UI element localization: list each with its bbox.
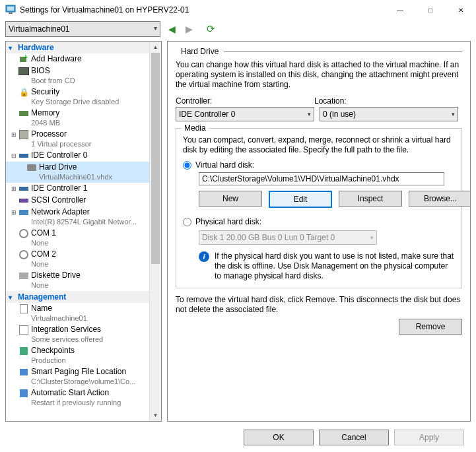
panel-description: You can change how this virtual hard dis…: [176, 60, 462, 90]
tree-scsi[interactable]: SCSI Controller: [6, 195, 149, 207]
tree-integration-services[interactable]: Integration ServicesSome services offere…: [6, 324, 149, 345]
ok-button[interactable]: OK: [244, 430, 314, 445]
chevron-down-icon: ▾: [9, 44, 15, 51]
controller-label: Controller:: [176, 96, 314, 106]
physical-disk-value: Disk 1 20.00 GB Bus 0 Lun 0 Target 0: [202, 233, 335, 242]
location-dropdown[interactable]: 0 (in use) ▾: [320, 107, 458, 121]
section-label: Management: [18, 292, 66, 302]
tree-ide0[interactable]: ⊟ IDE Controller 0: [6, 150, 149, 162]
serial-port-icon: [19, 250, 28, 259]
app-icon: [5, 4, 16, 16]
remove-button[interactable]: Remove: [399, 319, 462, 335]
vm-selector-value: Virtualmachine01: [9, 24, 70, 34]
svg-rect-2: [9, 13, 13, 14]
physical-disk-dropdown: Disk 1 20.00 GB Bus 0 Lun 0 Target 0 ▾: [199, 230, 377, 245]
paging-icon: [20, 369, 28, 375]
media-description: You can compact, convert, expand, merge,…: [183, 135, 455, 155]
tree-paging-location[interactable]: Smart Paging File LocationC:\ClusterStor…: [6, 366, 149, 387]
physical-hard-disk-label: Physical hard disk:: [195, 217, 261, 226]
diskette-icon: [19, 273, 28, 279]
toolbar: Virtualmachine01 ▾ ◀ ▶ ⟳: [5, 20, 471, 38]
location-label: Location:: [314, 96, 347, 106]
media-groupbox: Media You can compact, convert, expand, …: [176, 128, 462, 288]
serial-port-icon: [19, 229, 28, 238]
section-label: Hardware: [18, 43, 54, 52]
maximize-button[interactable]: □: [415, 0, 446, 20]
tree-com2[interactable]: COM 2None: [6, 249, 149, 270]
virtual-hard-disk-radio[interactable]: [183, 161, 191, 170]
auto-start-icon: [20, 389, 28, 397]
panel-heading: Hard Drive: [181, 47, 219, 56]
hard-drive-icon: [27, 164, 36, 171]
tree-bios[interactable]: BIOSBoot from CD: [6, 65, 149, 86]
remove-description: To remove the virtual hard disk, click R…: [176, 295, 462, 315]
name-icon: [20, 304, 28, 313]
chevron-down-icon: ▾: [154, 24, 157, 32]
controller-dropdown[interactable]: IDE Controller 0 ▾: [176, 107, 314, 121]
close-button[interactable]: ✕: [446, 0, 476, 20]
section-management[interactable]: ▾ Management: [6, 291, 149, 303]
network-icon: [19, 210, 28, 215]
apply-button: Apply: [394, 430, 464, 445]
section-hardware[interactable]: ▾ Hardware: [6, 42, 149, 53]
browse-button[interactable]: Browse...: [409, 191, 471, 207]
chevron-down-icon: ▾: [308, 111, 311, 117]
cancel-button[interactable]: Cancel: [319, 430, 389, 445]
tree-add-hardware[interactable]: + Add Hardware: [6, 53, 149, 65]
virtual-hard-disk-label: Virtual hard disk:: [195, 160, 254, 170]
refresh-icon[interactable]: ⟳: [207, 23, 215, 35]
svg-rect-1: [7, 7, 14, 11]
checkpoints-icon: [20, 347, 28, 355]
details-panel: Hard Drive You can change how this virtu…: [167, 41, 471, 422]
lock-icon: 🔒: [19, 88, 29, 98]
cpu-icon: [19, 130, 28, 139]
tree-auto-start[interactable]: Automatic Start ActionRestart if previou…: [6, 387, 149, 408]
chevron-down-icon: ▾: [370, 234, 374, 241]
controller-value: IDE Controller 0: [179, 110, 235, 119]
vhd-path-input[interactable]: [199, 172, 444, 185]
controller-icon: [19, 187, 28, 191]
tree-security[interactable]: 🔒 SecurityKey Storage Drive disabled: [6, 86, 149, 108]
settings-tree: ▾ Hardware + Add Hardware BIOSBoot from …: [5, 41, 162, 422]
memory-icon: [19, 111, 28, 116]
scroll-up-icon[interactable]: ▲: [150, 42, 161, 53]
dialog-button-bar: OK Cancel Apply: [0, 423, 476, 452]
physical-hard-disk-radio[interactable]: [183, 218, 191, 226]
tree-com1[interactable]: COM 1None: [6, 228, 149, 249]
tree-scrollbar[interactable]: ▲ ▼: [149, 42, 161, 421]
tree-ide1[interactable]: ⊞ IDE Controller 1: [6, 183, 149, 195]
tree-name[interactable]: NameVirtualmachine01: [6, 303, 149, 324]
tree-memory[interactable]: Memory2048 MB: [6, 108, 149, 129]
info-icon: i: [199, 251, 209, 262]
nav-forward-icon: ▶: [183, 24, 195, 34]
controller-icon: [19, 199, 28, 203]
svg-text:+: +: [24, 55, 28, 61]
location-value: 0 (in use): [323, 110, 356, 119]
nav-back-icon[interactable]: ◀: [166, 24, 178, 34]
scroll-down-icon[interactable]: ▼: [150, 410, 161, 421]
tree-network-adapter[interactable]: ⊞ Network AdapterIntel(R) 82574L Gigabit…: [6, 207, 149, 228]
titlebar: Settings for Virtualmachine01 on HYPERV2…: [0, 0, 476, 20]
vm-selector-dropdown[interactable]: Virtualmachine01 ▾: [5, 21, 160, 37]
edit-button[interactable]: Edit: [269, 191, 332, 208]
window-title: Settings for Virtualmachine01 on HYPERV2…: [20, 5, 189, 15]
new-button[interactable]: New: [199, 191, 262, 207]
physical-disk-info: If the physical hard disk you want to us…: [215, 251, 455, 281]
tree-hard-drive[interactable]: Hard DriveVirtualMachine01.vhdx: [6, 162, 149, 183]
tree-checkpoints[interactable]: CheckpointsProduction: [6, 345, 149, 366]
minimize-button[interactable]: —: [385, 0, 415, 20]
chevron-down-icon: ▾: [452, 111, 455, 117]
chevron-down-icon: ▾: [9, 294, 15, 301]
inspect-button[interactable]: Inspect: [339, 191, 402, 207]
integration-icon: [19, 325, 28, 335]
media-legend: Media: [182, 123, 209, 133]
tree-diskette[interactable]: Diskette DriveNone: [6, 270, 149, 291]
controller-icon: [19, 154, 28, 158]
tree-processor[interactable]: ⊞ Processor1 Virtual processor: [6, 129, 149, 150]
